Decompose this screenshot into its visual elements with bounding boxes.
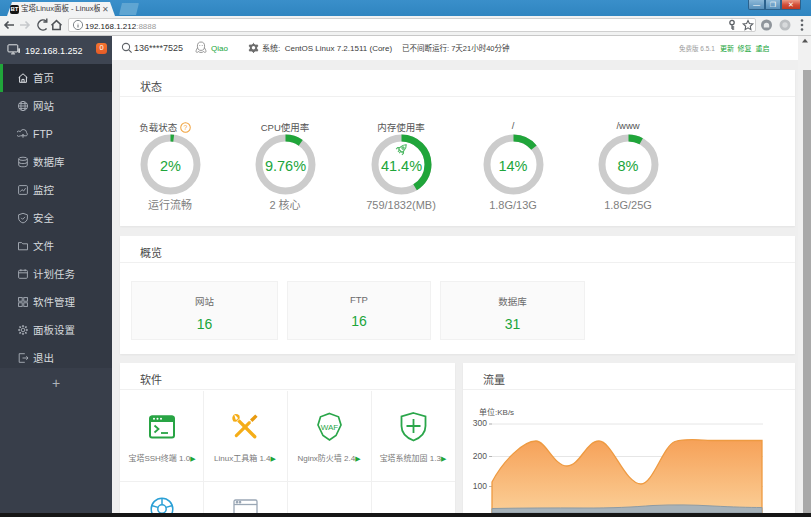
svg-text:WAF: WAF — [321, 423, 339, 432]
